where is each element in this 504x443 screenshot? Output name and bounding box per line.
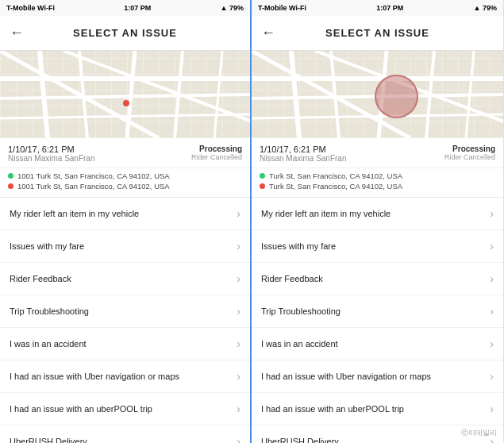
svg-line-12 — [252, 114, 503, 118]
issues-list: My rider left an item in my vehicle › Is… — [0, 198, 250, 443]
issue-item[interactable]: My rider left an item in my vehicle › — [0, 198, 250, 230]
status-bar: T-Mobile Wi-Fi 1:07 PM ▲ 79% — [0, 0, 250, 16]
issue-item[interactable]: I had an issue with an uberPOOL trip › — [0, 393, 250, 426]
chevron-right-icon: › — [490, 272, 494, 285]
address-block: Turk St, San Francisco, CA 94102, USA Tu… — [252, 168, 503, 198]
trip-status: Processing — [444, 144, 495, 153]
back-button[interactable]: ← — [10, 25, 24, 41]
trip-vehicle: Nissan Maxima SanFran — [260, 154, 346, 163]
issue-label: Rider Feedback — [10, 274, 71, 283]
issue-label: Trip Troubleshooting — [10, 306, 89, 316]
chevron-right-icon: › — [490, 370, 494, 383]
issue-label: My rider left an item in my vehicle — [261, 209, 391, 218]
issue-label: Issues with my fare — [261, 241, 336, 251]
chevron-right-icon: › — [237, 207, 240, 220]
chevron-right-icon: › — [490, 207, 494, 220]
address-dot-green — [8, 173, 13, 179]
chevron-right-icon: › — [490, 337, 494, 350]
issue-label: I had an issue with Uber navigation or m… — [10, 372, 179, 381]
issue-item[interactable]: I had an issue with an uberPOOL trip › — [252, 393, 503, 426]
issue-label: UberRUSH Delivery — [261, 437, 339, 443]
map-area — [252, 51, 503, 138]
chevron-right-icon: › — [237, 403, 240, 415]
issue-item[interactable]: Rider Feedback › — [0, 263, 250, 295]
trip-substatus: Rider Cancelled — [444, 153, 495, 161]
trip-status: Processing — [191, 144, 242, 153]
map-area — [0, 51, 250, 138]
time: 1:07 PM — [124, 4, 151, 12]
address-text: Turk St, San Francisco, CA 94102, USA — [269, 171, 402, 180]
issue-item[interactable]: I was in an accident › — [252, 328, 503, 360]
address-text: Turk St, San Francisco, CA 94102, USA — [269, 182, 402, 191]
chevron-right-icon: › — [490, 403, 494, 415]
issue-label: I had an issue with Uber navigation or m… — [261, 372, 431, 381]
issue-item[interactable]: I had an issue with Uber navigation or m… — [252, 360, 503, 393]
address-block: 1001 Turk St, San Francisco, CA 94102, U… — [0, 168, 250, 198]
chevron-right-icon: › — [237, 435, 240, 443]
trip-substatus: Rider Cancelled — [191, 153, 242, 161]
chevron-right-icon: › — [237, 272, 240, 285]
trip-info: 1/10/17, 6:21 PM Nissan Maxima SanFran P… — [252, 138, 503, 168]
address-row: 1001 Turk St, San Francisco, CA 94102, U… — [8, 171, 242, 180]
svg-line-13 — [291, 51, 299, 138]
panel-right: T-Mobile Wi-Fi 1:07 PM ▲ 79% ← SELECT AN… — [252, 0, 503, 443]
issue-item[interactable]: Issues with my fare › — [252, 230, 503, 263]
address-text: 1001 Turk St, San Francisco, CA 94102, U… — [17, 171, 170, 180]
battery: ▲ 79% — [221, 4, 244, 12]
address-row: Turk St, San Francisco, CA 94102, USA — [260, 171, 495, 180]
panel-left: T-Mobile Wi-Fi 1:07 PM ▲ 79% ← SELECT AN… — [0, 0, 252, 443]
page-title: SELECT AN ISSUE — [73, 27, 177, 39]
issue-item[interactable]: I had an issue with Uber navigation or m… — [0, 360, 250, 393]
address-dot-red — [260, 183, 265, 189]
app-wrapper: T-Mobile Wi-Fi 1:07 PM ▲ 79% ← SELECT AN… — [0, 0, 504, 443]
issue-item[interactable]: UberRUSH Delivery › — [0, 426, 250, 443]
svg-line-3 — [40, 51, 48, 138]
issue-label: I was in an accident — [10, 339, 87, 349]
chevron-right-icon: › — [237, 305, 240, 318]
issue-label: I had an issue with an uberPOOL trip — [261, 404, 404, 414]
issue-item[interactable]: I was in an accident › — [0, 328, 250, 360]
issue-item[interactable]: Issues with my fare › — [0, 230, 250, 263]
map-marker — [123, 100, 129, 106]
address-dot-green — [260, 173, 265, 179]
issue-item[interactable]: Trip Troubleshooting › — [252, 295, 503, 328]
chevron-right-icon: › — [237, 240, 240, 252]
issue-label: Rider Feedback — [261, 274, 323, 283]
watermark: ⓒ이데일리 — [457, 426, 501, 440]
issues-list: My rider left an item in my vehicle › Is… — [252, 198, 503, 443]
status-bar: T-Mobile Wi-Fi 1:07 PM ▲ 79% — [252, 0, 503, 16]
address-text: 1001 Turk St, San Francisco, CA 94102, U… — [17, 182, 170, 191]
issue-item[interactable]: Rider Feedback › — [252, 263, 503, 295]
time: 1:07 PM — [376, 4, 403, 12]
issue-label: Trip Troubleshooting — [261, 306, 340, 316]
panel-header: ← SELECT AN ISSUE — [0, 16, 250, 51]
address-row: Turk St, San Francisco, CA 94102, USA — [260, 182, 495, 191]
trip-date: 1/10/17, 6:21 PM — [260, 144, 346, 154]
issue-item[interactable]: My rider left an item in my vehicle › — [252, 198, 503, 230]
issue-item[interactable]: Trip Troubleshooting › — [0, 295, 250, 328]
trip-info: 1/10/17, 6:21 PM Nissan Maxima SanFran P… — [0, 138, 250, 168]
svg-line-1 — [0, 94, 250, 98]
chevron-right-icon: › — [237, 370, 240, 383]
issue-label: UberRUSH Delivery — [10, 437, 87, 443]
issue-label: I had an issue with an uberPOOL trip — [10, 404, 152, 414]
issue-label: My rider left an item in my vehicle — [10, 209, 139, 218]
carrier: T-Mobile Wi-Fi — [6, 4, 55, 12]
map-highlight — [375, 75, 418, 118]
issue-label: I was in an accident — [261, 339, 338, 349]
chevron-right-icon: › — [490, 240, 494, 252]
battery: ▲ 79% — [474, 4, 497, 12]
page-title: SELECT AN ISSUE — [325, 27, 429, 39]
chevron-right-icon: › — [490, 305, 494, 318]
trip-date: 1/10/17, 6:21 PM — [8, 144, 94, 154]
trip-vehicle: Nissan Maxima SanFran — [8, 154, 94, 163]
back-button[interactable]: ← — [261, 25, 275, 41]
issue-label: Issues with my fare — [10, 241, 84, 251]
address-row: 1001 Turk St, San Francisco, CA 94102, U… — [8, 182, 242, 191]
carrier: T-Mobile Wi-Fi — [258, 4, 306, 12]
chevron-right-icon: › — [237, 337, 240, 350]
address-dot-red — [8, 183, 13, 189]
panel-header: ← SELECT AN ISSUE — [252, 16, 503, 51]
